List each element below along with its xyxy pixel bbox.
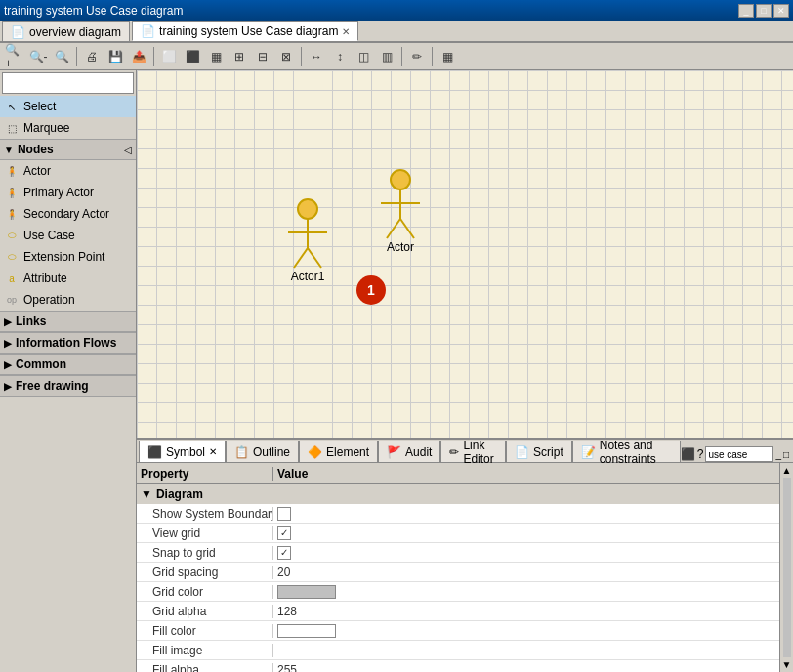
tool-btn-6[interactable]: ⊠ bbox=[275, 46, 297, 67]
tool-select[interactable]: ↖ Select bbox=[0, 96, 136, 117]
link-editor-label: Link Editor bbox=[463, 439, 497, 466]
diagram-expand-icon: ▼ bbox=[141, 487, 152, 501]
links-label: Links bbox=[16, 315, 46, 328]
color-swatch-grid[interactable] bbox=[277, 585, 336, 599]
toolbar-sep-2 bbox=[153, 47, 154, 66]
tab-overview[interactable]: 📄 overview diagram bbox=[2, 21, 130, 41]
section-links[interactable]: ▶ Links bbox=[0, 311, 136, 332]
bottom-tab-link-editor[interactable]: ✏ Link Editor bbox=[440, 441, 506, 462]
zoom-in-button[interactable]: 🔍+ bbox=[4, 46, 25, 67]
tool-btn-9[interactable]: ◫ bbox=[353, 46, 374, 67]
svg-line-4 bbox=[308, 248, 321, 268]
toolbar-sep-5 bbox=[432, 47, 433, 66]
tool-marquee[interactable]: ⬚ Marquee bbox=[0, 117, 136, 139]
svg-text:Actor: Actor bbox=[387, 240, 414, 254]
prop-col-value: Value bbox=[273, 467, 312, 481]
section-nodes[interactable]: ▼ Nodes ◁ bbox=[0, 139, 136, 160]
maximize-button[interactable]: □ bbox=[756, 4, 772, 18]
prop-value-show-system-boundary[interactable] bbox=[273, 507, 295, 521]
bottom-tab-outline[interactable]: 📋 Outline bbox=[226, 441, 299, 462]
prop-value-grid-spacing[interactable]: 20 bbox=[273, 566, 294, 579]
checkbox-snap-to-grid[interactable] bbox=[277, 546, 291, 560]
toolbar-sep-3 bbox=[301, 47, 302, 66]
prop-fill-alpha: Fill alpha 255 bbox=[137, 660, 779, 672]
tab-training-close[interactable]: ✕ bbox=[342, 26, 350, 37]
nodes-expand-icon: ▼ bbox=[4, 145, 14, 155]
close-window-button[interactable]: ✕ bbox=[773, 4, 789, 18]
save-button[interactable]: 💾 bbox=[104, 46, 126, 67]
free-drawing-label: Free drawing bbox=[16, 379, 89, 393]
prop-value-grid-color[interactable] bbox=[273, 585, 340, 599]
prop-name-show-system-boundary: Show System Boundary bbox=[137, 507, 273, 521]
search-input[interactable] bbox=[5, 77, 131, 89]
svg-point-6 bbox=[391, 170, 410, 189]
symbol-close[interactable]: ✕ bbox=[209, 446, 217, 457]
search-box[interactable] bbox=[2, 72, 134, 94]
tool-btn-10[interactable]: ▥ bbox=[376, 46, 397, 67]
tool-btn-5[interactable]: ⊟ bbox=[252, 46, 273, 67]
tool-btn-2[interactable]: ⬛ bbox=[182, 46, 203, 67]
audit-label: Audit bbox=[405, 445, 432, 459]
node-secondary-actor[interactable]: 🧍 Secondary Actor bbox=[0, 203, 136, 225]
checkbox-show-system-boundary[interactable] bbox=[277, 507, 291, 521]
node-primary-actor[interactable]: 🧍 Primary Actor bbox=[0, 182, 136, 203]
bottom-search-input[interactable] bbox=[705, 446, 773, 462]
prop-name-grid-spacing: Grid spacing bbox=[137, 566, 273, 579]
scroll-up-btn[interactable]: ▲ bbox=[782, 465, 792, 476]
bottom-minimize-btn[interactable]: _ bbox=[775, 449, 781, 460]
section-information-flows[interactable]: ▶ Information Flows bbox=[0, 332, 136, 354]
zoom-fit-button[interactable]: 🔍 bbox=[51, 46, 72, 67]
minimize-button[interactable]: _ bbox=[738, 4, 754, 18]
zoom-out-button[interactable]: 🔍- bbox=[27, 46, 49, 67]
bottom-maximize-btn[interactable]: □ bbox=[783, 449, 789, 460]
title-bar: training system Use Case diagram _ □ ✕ bbox=[0, 0, 793, 21]
node-extension-point[interactable]: ⬭ Extension Point bbox=[0, 246, 136, 268]
symbol-label: Symbol bbox=[166, 445, 205, 459]
tool-btn-7[interactable]: ↔ bbox=[306, 46, 327, 67]
prop-view-grid: View grid bbox=[137, 524, 779, 543]
export-button[interactable]: 📤 bbox=[128, 46, 149, 67]
prop-value-fill-alpha[interactable]: 255 bbox=[273, 663, 301, 673]
grid-icon: ⬛ bbox=[681, 447, 695, 461]
canvas[interactable]: Actor1 Actor 1 bbox=[137, 70, 793, 438]
prop-value-grid-alpha[interactable]: 128 bbox=[273, 605, 301, 618]
node-operation[interactable]: op Operation bbox=[0, 289, 136, 311]
bottom-tab-script[interactable]: 📄 Script bbox=[506, 441, 572, 462]
section-free-drawing[interactable]: ▶ Free drawing bbox=[0, 375, 136, 397]
bottom-panel: ⬛ Symbol ✕ 📋 Outline 🔶 Element 🚩 Audit bbox=[137, 438, 793, 672]
tool-btn-11[interactable]: ✏ bbox=[406, 46, 428, 67]
bottom-tab-audit[interactable]: 🚩 Audit bbox=[378, 441, 440, 462]
section-common[interactable]: ▶ Common bbox=[0, 354, 136, 375]
checkbox-view-grid[interactable] bbox=[277, 526, 291, 540]
select-icon: ↖ bbox=[4, 99, 20, 114]
tool-btn-4[interactable]: ⊞ bbox=[229, 46, 250, 67]
help-icon: ? bbox=[697, 447, 704, 461]
tool-btn-8[interactable]: ↕ bbox=[329, 46, 351, 67]
color-swatch-fill[interactable] bbox=[277, 624, 336, 638]
node-attribute[interactable]: a Attribute bbox=[0, 268, 136, 289]
bottom-scrollbar[interactable]: ▲ ▼ bbox=[779, 463, 793, 672]
nodes-label: Nodes bbox=[18, 143, 54, 156]
node-use-case[interactable]: ⬭ Use Case bbox=[0, 225, 136, 246]
common-expand-icon: ▶ bbox=[4, 359, 12, 370]
bottom-tab-element[interactable]: 🔶 Element bbox=[299, 441, 378, 462]
prop-value-view-grid[interactable] bbox=[273, 526, 295, 540]
title-bar-controls: _ □ ✕ bbox=[738, 4, 789, 18]
tab-training[interactable]: 📄 training system Use Case diagram ✕ bbox=[132, 21, 358, 41]
prop-value-fill-color[interactable] bbox=[273, 624, 340, 638]
scroll-down-btn[interactable]: ▼ bbox=[782, 659, 792, 670]
title-bar-text: training system Use Case diagram bbox=[4, 4, 183, 18]
bottom-tab-notes[interactable]: 📝 Notes and constraints bbox=[572, 441, 681, 462]
link-editor-icon: ✏ bbox=[449, 445, 459, 459]
prop-section-diagram[interactable]: ▼ Diagram bbox=[137, 484, 779, 504]
actor2-figure[interactable]: Actor bbox=[371, 168, 430, 256]
prop-value-snap-to-grid[interactable] bbox=[273, 546, 295, 560]
bottom-tab-symbol[interactable]: ⬛ Symbol ✕ bbox=[139, 441, 226, 462]
node-actor[interactable]: 🧍 Actor bbox=[0, 160, 136, 182]
tool-btn-3[interactable]: ▦ bbox=[205, 46, 227, 67]
actor1-figure[interactable]: Actor1 bbox=[278, 197, 337, 285]
tool-btn-12[interactable]: ▦ bbox=[437, 46, 458, 67]
tool-btn-1[interactable]: ⬜ bbox=[158, 46, 180, 67]
print-button[interactable]: 🖨 bbox=[81, 46, 103, 67]
element-label: Element bbox=[326, 445, 369, 459]
